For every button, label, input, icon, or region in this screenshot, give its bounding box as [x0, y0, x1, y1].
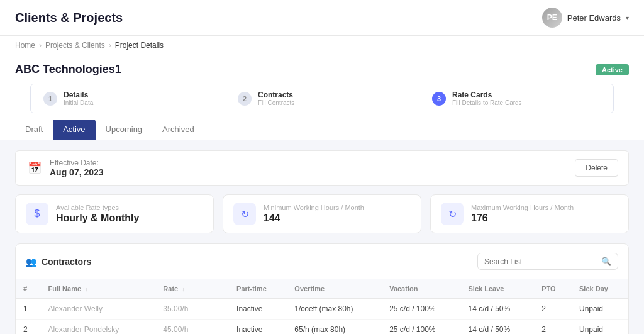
table-cell-0: 1	[16, 299, 40, 320]
contractors-title-text: Contractors	[42, 257, 91, 267]
effective-date-info: Effective Date: Aug 07, 2023	[50, 159, 104, 177]
page-header: ABC Technologies1 Active 1 Details Initi…	[0, 55, 644, 113]
metric-info-0: Available Rate types Hourly & Monthly	[56, 204, 139, 224]
table-cell-3: Inactive	[229, 299, 287, 320]
contractors-table: #Full Name ↓Rate ↓Part-timeOvertimeVacat…	[16, 279, 628, 334]
effective-date-label: Effective Date:	[50, 159, 104, 167]
table-cell-4: 1/coeff (max 80h)	[287, 299, 382, 320]
strikethrough-text: Alexander Welly	[48, 304, 102, 313]
step-num: 1	[43, 92, 57, 106]
table-cell-2: 35.00/h	[155, 299, 229, 320]
table-cell-4: 65/h (max 80h)	[287, 320, 382, 335]
metric-label-0: Available Rate types	[56, 204, 139, 211]
strikethrough-text: 35.00/h	[163, 304, 188, 313]
effective-date-row: 📅 Effective Date: Aug 07, 2023 Delete	[15, 150, 629, 186]
strikethrough-text: 45.00/h	[163, 325, 188, 334]
metric-label-1: Minimum Working Hours / Month	[264, 204, 364, 211]
step-subtitle: Fill Details to Rate Cards	[452, 99, 522, 106]
step-subtitle: Fill Contracts	[258, 99, 294, 106]
table-cell-2: 45.00/h	[155, 320, 229, 335]
table-header: #Full Name ↓Rate ↓Part-timeOvertimeVacat…	[16, 279, 628, 299]
tab-active[interactable]: Active	[53, 120, 95, 140]
metric-value-0: Hourly & Monthly	[56, 213, 139, 224]
step-info: Rate Cards Fill Details to Rate Cards	[452, 91, 522, 106]
table-body: 1Alexander Welly35.00/hInactive1/coeff (…	[16, 299, 628, 335]
metric-info-1: Minimum Working Hours / Month 144	[264, 204, 364, 224]
table-cell-8: Unpaid	[572, 320, 628, 335]
contractors-section: 👥 Contractors 🔍 #Full Name ↓Rate ↓Part-t…	[15, 243, 629, 334]
table-cell-7: 2	[534, 320, 572, 335]
col-header-full-name: Full Name ↓	[40, 279, 155, 299]
table-cell-7: 2	[534, 299, 572, 320]
breadcrumb: Home › Projects & Clients › Project Deta…	[0, 36, 644, 55]
breadcrumb-section[interactable]: Projects & Clients	[45, 41, 105, 50]
col-header-#: #	[16, 279, 40, 299]
metric-icon-1: ↻	[233, 203, 256, 225]
effective-date-left: 📅 Effective Date: Aug 07, 2023	[26, 159, 104, 177]
step-subtitle: Initial Data	[64, 99, 93, 106]
status-badge: Active	[596, 64, 629, 75]
tab-archived[interactable]: Archived	[152, 120, 204, 140]
user-menu[interactable]: PE Peter Edwards ▾	[542, 8, 629, 28]
step-title: Details	[64, 91, 93, 99]
strikethrough-text: Alexander Pondelsky	[48, 325, 119, 334]
sort-icon: ↓	[85, 286, 88, 292]
step-title: Rate Cards	[452, 91, 522, 99]
table-cell-6: 14 c/d / 50%	[461, 299, 535, 320]
tab-upcoming[interactable]: Upcoming	[96, 120, 153, 140]
metric-card-1: ↻ Minimum Working Hours / Month 144	[223, 194, 421, 233]
step-info: Details Initial Data	[64, 91, 93, 106]
table-row: 1Alexander Welly35.00/hInactive1/coeff (…	[16, 299, 628, 320]
metric-label-2: Maximum Working Hours / Month	[471, 204, 574, 211]
step-1[interactable]: 1 Details Initial Data	[31, 84, 225, 113]
contractors-title: 👥 Contractors	[26, 257, 91, 267]
search-box[interactable]: 🔍	[477, 253, 618, 270]
effective-date-value: Aug 07, 2023	[50, 167, 104, 177]
avatar: PE	[542, 8, 562, 28]
step-title: Contracts	[258, 91, 294, 99]
step-num: 2	[238, 92, 252, 106]
metric-card-2: ↻ Maximum Working Hours / Month 176	[430, 194, 629, 233]
top-bar: Clients & Projects PE Peter Edwards ▾	[0, 0, 644, 36]
table-cell-1: Alexander Welly	[40, 299, 155, 320]
search-icon: 🔍	[601, 257, 611, 266]
search-input[interactable]	[484, 257, 597, 266]
col-header-rate: Rate ↓	[155, 279, 229, 299]
user-name: Peter Edwards	[567, 13, 621, 23]
metric-value-2: 176	[471, 213, 574, 224]
chevron-down-icon: ▾	[626, 14, 629, 21]
page-title-row: ABC Technologies1 Active	[15, 63, 629, 84]
metric-icon-2: ↻	[441, 203, 464, 225]
breadcrumb-sep1: ›	[39, 41, 42, 50]
table-cell-1: Alexander Pondelsky	[40, 320, 155, 335]
metric-card-0: $ Available Rate types Hourly & Monthly	[15, 194, 214, 233]
step-info: Contracts Fill Contracts	[258, 91, 294, 106]
metric-icon-0: $	[26, 203, 48, 225]
col-header-pto: PTO	[534, 279, 572, 299]
tab-draft[interactable]: Draft	[15, 120, 53, 140]
tabs-area: DraftActiveUpcomingArchived	[0, 113, 644, 140]
table-cell-3: Inactive	[229, 320, 287, 335]
table-cell-5: 25 c/d / 100%	[382, 320, 460, 335]
col-header-overtime: Overtime	[287, 279, 382, 299]
metrics-row: $ Available Rate types Hourly & Monthly …	[15, 194, 629, 233]
table-row: 2Alexander Pondelsky45.00/hInactive65/h …	[16, 320, 628, 335]
metric-value-1: 144	[264, 213, 364, 224]
main-content: 📅 Effective Date: Aug 07, 2023 Delete $ …	[0, 140, 644, 334]
calendar-icon: 📅	[26, 159, 43, 177]
col-header-sick-leave: Sick Leave	[461, 279, 535, 299]
breadcrumb-sep2: ›	[109, 41, 111, 50]
breadcrumb-home[interactable]: Home	[15, 41, 35, 50]
table-cell-5: 25 c/d / 100%	[382, 299, 460, 320]
col-header-vacation: Vacation	[382, 279, 460, 299]
table-cell-0: 2	[16, 320, 40, 335]
contractors-icon: 👥	[26, 257, 36, 267]
contractors-header: 👥 Contractors 🔍	[16, 244, 628, 279]
sort-icon: ↓	[182, 286, 185, 292]
delete-button[interactable]: Delete	[575, 159, 618, 177]
page-title: ABC Technologies1	[15, 63, 121, 76]
step-2[interactable]: 2 Contracts Fill Contracts	[225, 84, 419, 113]
breadcrumb-current: Project Details	[115, 41, 164, 50]
step-3[interactable]: 3 Rate Cards Fill Details to Rate Cards	[419, 84, 613, 113]
step-num: 3	[432, 92, 446, 106]
